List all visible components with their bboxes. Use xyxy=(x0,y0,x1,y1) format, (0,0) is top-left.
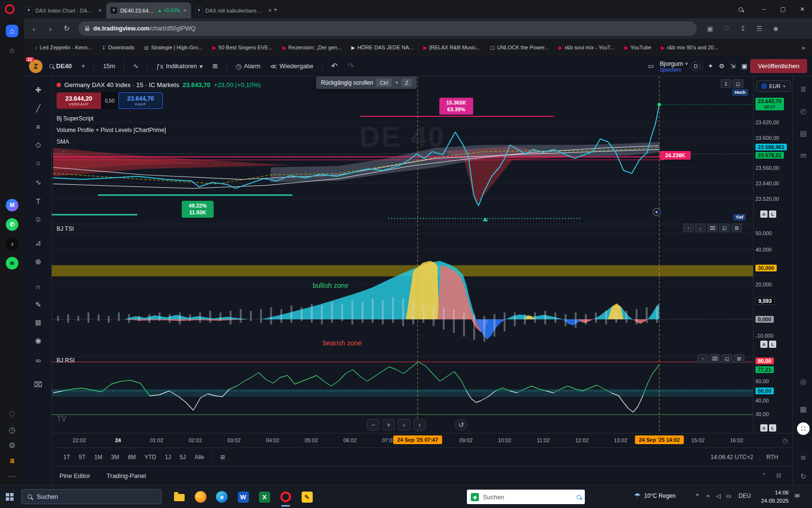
weather-widget[interactable]: ☂10°C Regen xyxy=(634,492,676,500)
pane-control-button[interactable]: ◱ xyxy=(733,79,743,88)
magic-wand-icon[interactable]: ✦ xyxy=(705,60,716,72)
bookmark-item[interactable]: ▶50 Best Singers EVE... xyxy=(208,43,276,52)
start-button[interactable] xyxy=(6,493,14,501)
menu-icon[interactable]: ☰ xyxy=(752,21,767,36)
profile-icon[interactable]: ☻ xyxy=(768,21,783,36)
volume-icon[interactable]: ◁ xyxy=(716,493,721,499)
browser-tab[interactable]: TDE40 23.643,70▲ +0.43%✕ xyxy=(106,2,191,18)
range-button-5t[interactable]: 5T xyxy=(75,452,89,463)
back-button[interactable]: ‹ xyxy=(27,22,41,35)
whatsapp-icon[interactable]: ✆ xyxy=(6,218,18,231)
bookmark-item[interactable]: ♪Led Zeppelin - Kenn... xyxy=(31,43,96,52)
pane-control-button[interactable]: ⊞ xyxy=(734,354,744,363)
currency-selector[interactable]: EUR▾ xyxy=(756,80,791,92)
word-icon[interactable]: W xyxy=(235,489,251,505)
indicator-legend-item[interactable]: Bj SuperScript xyxy=(57,115,94,122)
messenger-icon[interactable]: M xyxy=(6,199,18,211)
notification-center-icon[interactable]: ✉ xyxy=(795,493,799,499)
tab-close-icon[interactable]: ✕ xyxy=(183,8,187,13)
chat-icon[interactable]: ✉ xyxy=(798,150,809,161)
range-button-3m[interactable]: 3M xyxy=(107,452,123,463)
window-maximize-button[interactable]: ▢ xyxy=(773,0,793,18)
refresh-icon[interactable]: ↻ xyxy=(798,471,809,482)
network-icon[interactable]: ≈ xyxy=(707,493,710,499)
clock-date[interactable]: 14:0624.09.2025 xyxy=(752,489,789,505)
browser-tab[interactable]: TDAX Index Chart - DAX 40✕ xyxy=(21,2,106,18)
keyboard-language[interactable]: DEU xyxy=(739,493,751,499)
trading-panel-tab[interactable]: Trading-Panel xyxy=(107,472,146,479)
rsi-pane-label[interactable]: BJ RSI xyxy=(57,357,74,364)
link-icon[interactable]: ∞ xyxy=(32,354,44,366)
tabbar-search-icon[interactable] xyxy=(731,0,750,18)
pine-editor-tab[interactable]: Pine Editor xyxy=(59,472,90,479)
dom-icon[interactable]: ≋ xyxy=(798,452,809,463)
alert-button[interactable]: ◷Alarm xyxy=(232,60,263,72)
opera-logo[interactable] xyxy=(5,4,14,14)
symbol-header[interactable]: Germany DAX 40 Index · 15 · IC Markets 2… xyxy=(57,81,261,89)
pane-control-button[interactable]: ◱ xyxy=(722,354,732,363)
favorites-icon[interactable]: ♡ xyxy=(719,21,734,36)
bookmark-item[interactable]: ▤Strategie | High-Gro... xyxy=(140,43,206,52)
tiktok-icon[interactable]: ♪ xyxy=(6,238,18,250)
pane-control-button[interactable]: ⊞ xyxy=(731,224,742,232)
time-axis-settings[interactable]: ◷ xyxy=(753,433,793,448)
bookmark-item[interactable]: ▶Rezension: „Der gen... xyxy=(278,43,346,52)
legend-collapse-button[interactable]: ⌃ xyxy=(58,150,68,156)
auto-scale-button[interactable]: A xyxy=(760,424,768,432)
bookmark-item[interactable]: ▶YouTube xyxy=(620,43,655,52)
settings-gear-icon[interactable]: ⚙ xyxy=(716,60,727,72)
monitor-icon[interactable]: ▭ xyxy=(645,60,657,72)
notes-icon[interactable]: ✎ xyxy=(299,489,315,505)
lock-icon[interactable]: ⊠ xyxy=(32,317,44,329)
bookmark-item[interactable]: ▶HÖRE DAS JEDE NA... xyxy=(348,43,418,52)
tab-close-icon[interactable]: ✕ xyxy=(98,8,102,13)
crosshair-icon[interactable]: ✚ xyxy=(32,84,44,96)
reload-button[interactable]: ↻ xyxy=(60,22,73,35)
sidebar-more-icon[interactable]: ⋯ xyxy=(6,470,18,482)
bookmark-item[interactable]: ↧Downloads xyxy=(98,43,138,52)
range-button-1j[interactable]: 1J xyxy=(161,452,175,463)
chart-nav-button[interactable]: ‹ xyxy=(398,419,410,431)
chart-area[interactable]: Germany DAX 40 Index · 15 · IC Markets 2… xyxy=(52,76,753,433)
fullscreen-icon[interactable]: ⇲ xyxy=(727,60,739,72)
alerts-icon[interactable]: ◴ xyxy=(798,106,809,117)
excel-icon[interactable]: X xyxy=(256,489,273,505)
time-axis[interactable]: 22:022401:0202:0203:0204:0205:0206:0207:… xyxy=(52,433,753,448)
browser-tab[interactable]: TDAX mit kalkulierbarem R✕ xyxy=(191,2,276,18)
history-icon[interactable]: ◷ xyxy=(6,423,18,436)
sidebar-settings-icon[interactable]: ⚙ xyxy=(6,439,18,451)
go-to-date-icon[interactable]: ⊞ xyxy=(216,452,229,463)
window-close-button[interactable]: ✕ xyxy=(793,0,812,18)
edit-icon[interactable]: ✎ xyxy=(32,299,44,311)
opera-taskbar-icon[interactable] xyxy=(277,489,294,505)
aria-icon[interactable]: a xyxy=(6,454,18,467)
battery-icon[interactable]: ▭ xyxy=(726,493,731,499)
taskbar-search[interactable]: Suchen xyxy=(21,489,161,504)
news-icon[interactable]: ▤ xyxy=(798,128,809,139)
watchlist-icon[interactable]: ≣ xyxy=(798,84,809,94)
bookmarks-overflow-chevron[interactable]: » xyxy=(802,44,805,51)
snapshot-icon[interactable]: ▣ xyxy=(703,21,717,36)
range-button-1m[interactable]: 1M xyxy=(90,452,106,463)
panel-layout-icon[interactable]: ⊟ xyxy=(776,472,781,479)
spotify-icon[interactable]: ≋ xyxy=(6,257,18,269)
magnet-icon[interactable]: ∩ xyxy=(32,281,44,292)
forward-button[interactable]: › xyxy=(44,22,57,35)
layout-name-button[interactable]: Bjorgum ▾ Speichern xyxy=(657,58,691,75)
symbol-search-button[interactable]: DE40 xyxy=(46,60,75,72)
interval-button[interactable]: 15m xyxy=(100,60,118,72)
log-scale-button[interactable]: L xyxy=(769,210,776,218)
log-scale-button[interactable]: L xyxy=(769,341,776,348)
layout-grid-icon[interactable]: ⊞ xyxy=(209,60,220,72)
range-button-ytd[interactable]: YTD xyxy=(141,452,160,463)
chart-nav-button[interactable]: › xyxy=(413,419,426,431)
buy-button[interactable]: 23.644,70KAUF xyxy=(118,92,163,109)
screenshot-camera-icon[interactable]: ▣ xyxy=(739,60,750,72)
window-minimize-button[interactable]: – xyxy=(754,0,773,18)
range-button-5j[interactable]: 5J xyxy=(176,452,190,463)
tsi-pane-label[interactable]: BJ TSI xyxy=(57,225,74,232)
compare-add-button[interactable]: + xyxy=(79,60,88,72)
new-tab-button[interactable]: + xyxy=(271,4,280,15)
range-button-6m[interactable]: 6M xyxy=(124,452,140,463)
auto-scale-button[interactable]: A xyxy=(760,341,768,348)
